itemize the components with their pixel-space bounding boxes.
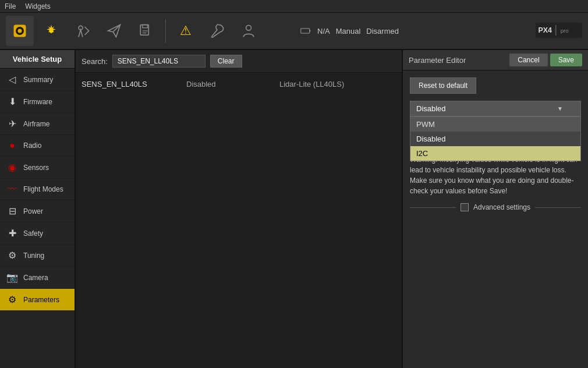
firmware-icon: ⬇ [6, 96, 19, 107]
dropdown-arrow-icon: ▼ [557, 105, 563, 112]
sidebar-item-summary[interactable]: ◁ Summary [0, 69, 75, 91]
sidebar-item-power[interactable]: ⊟ Power [0, 200, 75, 222]
tuning-icon: ⚙ [6, 250, 19, 261]
manual-label: Manual [336, 27, 361, 36]
power-label: Power [23, 207, 43, 215]
power-icon: ⊟ [6, 206, 19, 217]
camera-label: Camera [23, 274, 48, 282]
svg-point-2 [18, 29, 22, 33]
sensors-icon: ◉ [6, 162, 19, 173]
toolbar-battery-status: N/A [300, 25, 330, 37]
advanced-checkbox[interactable] [461, 203, 469, 211]
svg-rect-11 [301, 29, 310, 33]
param-value-cell: Disabled [186, 80, 279, 89]
toolbar-signal-icon [266, 16, 294, 46]
sidebar-item-safety[interactable]: ✚ Safety [0, 222, 75, 245]
menu-widgets[interactable]: Widgets [25, 2, 50, 10]
firmware-label: Firmware [23, 98, 52, 106]
param-editor-body: Reset to default Disabled ▼ PWM Disabled… [403, 70, 588, 218]
advanced-settings-label: Advanced settings [473, 203, 530, 211]
value-dropdown[interactable]: Disabled ▼ [410, 101, 581, 116]
summary-label: Summary [23, 76, 53, 84]
parameters-icon: ⚙ [6, 294, 19, 305]
toolbar-warning-icon[interactable]: ⚠ [172, 16, 200, 46]
toolbar-waypoint-icon[interactable] [69, 16, 97, 46]
camera-icon: 📷 [6, 272, 19, 283]
sidebar-item-tuning[interactable]: ⚙ Tuning [0, 245, 75, 267]
advanced-line-left [410, 207, 456, 208]
clear-button[interactable]: Clear [210, 55, 242, 68]
option-disabled[interactable]: Disabled [410, 132, 580, 146]
sidebar-item-camera[interactable]: 📷 Camera [0, 267, 75, 289]
advanced-line-right [535, 207, 581, 208]
svg-text:pro: pro [561, 27, 569, 34]
sidebar: Vehicle Setup ◁ Summary ⬇ Firmware ✈ Air… [0, 50, 76, 368]
search-input[interactable] [112, 55, 206, 68]
sidebar-item-firmware[interactable]: ⬇ Firmware [0, 91, 75, 113]
airframe-label: Airframe [23, 120, 49, 128]
airframe-icon: ✈ [6, 118, 19, 129]
param-editor-title: Parameter Editor [409, 56, 466, 65]
parameters-content: Search: Clear SENS_EN_LL40LS Disabled Li… [76, 50, 402, 368]
toolbar-settings-icon[interactable] [37, 16, 65, 46]
toolbar-send-icon[interactable] [100, 16, 128, 46]
dropdown-options: PWM Disabled I2C [410, 116, 581, 161]
sensors-label: Sensors [23, 164, 49, 172]
flight-modes-label: Flight Modes [23, 185, 63, 193]
sidebar-header: Vehicle Setup [0, 50, 75, 69]
sidebar-item-airframe[interactable]: ✈ Airframe [0, 113, 75, 135]
battery-na-label: N/A [317, 27, 330, 36]
sidebar-item-parameters[interactable]: ⚙ Parameters [0, 289, 75, 311]
editor-buttons: Cancel Save [509, 54, 582, 66]
reset-to-default-button[interactable]: Reset to default [410, 77, 476, 94]
sidebar-item-flight-modes[interactable]: 〰 Flight Modes [0, 179, 75, 200]
advanced-settings-row: Advanced settings [410, 203, 581, 211]
toolbar-brand: PX4 pro [536, 22, 582, 41]
svg-point-10 [246, 25, 252, 30]
radio-label: Radio [23, 141, 41, 150]
search-bar: Search: Clear [76, 50, 402, 73]
menu-bar: File Widgets [0, 0, 588, 13]
toolbar-sep-1 [165, 19, 166, 43]
toolbar: ⚠ N/A Manual Disarmed [0, 13, 588, 50]
main-area: Vehicle Setup ◁ Summary ⬇ Firmware ✈ Air… [0, 50, 588, 368]
svg-text:PX4: PX4 [538, 26, 552, 34]
toolbar-home-icon[interactable] [6, 16, 34, 46]
param-name-cell: SENS_EN_LL40LS [82, 80, 186, 89]
cancel-button[interactable]: Cancel [509, 54, 547, 66]
tuning-label: Tuning [23, 252, 44, 260]
sidebar-item-radio[interactable]: ● Radio [0, 135, 75, 157]
param-list: SENS_EN_LL40LS Disabled Lidar-Lite (LL40… [76, 73, 402, 368]
toolbar-document-icon[interactable] [132, 16, 160, 46]
value-dropdown-container: Disabled ▼ PWM Disabled I2C [410, 101, 581, 116]
svg-rect-16 [555, 25, 557, 36]
toolbar-person-icon[interactable] [235, 16, 263, 46]
disarmed-label: Disarmed [366, 27, 399, 36]
param-editor: Parameter Editor Cancel Save Reset to de… [402, 50, 588, 368]
sidebar-item-sensors[interactable]: ◉ Sensors [0, 157, 75, 179]
search-label: Search: [82, 57, 108, 66]
option-pwm[interactable]: PWM [410, 117, 580, 132]
summary-icon: ◁ [6, 74, 19, 85]
param-desc-cell: Lidar-Lite (LL40LS) [279, 80, 344, 89]
svg-rect-12 [310, 30, 311, 31]
menu-file[interactable]: File [5, 2, 16, 10]
option-i2c[interactable]: I2C [410, 146, 580, 161]
table-row[interactable]: SENS_EN_LL40LS Disabled Lidar-Lite (LL40… [76, 76, 402, 92]
toolbar-wrench-icon[interactable] [203, 16, 231, 46]
dropdown-selected-value: Disabled [416, 104, 446, 113]
radio-icon: ● [6, 140, 19, 151]
safety-icon: ✚ [6, 228, 19, 239]
toolbar-disarmed-status: Disarmed [366, 27, 399, 36]
toolbar-manual-status: Manual [336, 27, 361, 36]
param-editor-header: Parameter Editor Cancel Save [403, 50, 588, 70]
save-button[interactable]: Save [550, 54, 582, 66]
parameters-label: Parameters [23, 296, 59, 304]
flight-modes-icon: 〰 [6, 184, 19, 194]
safety-label: Safety [23, 229, 43, 238]
